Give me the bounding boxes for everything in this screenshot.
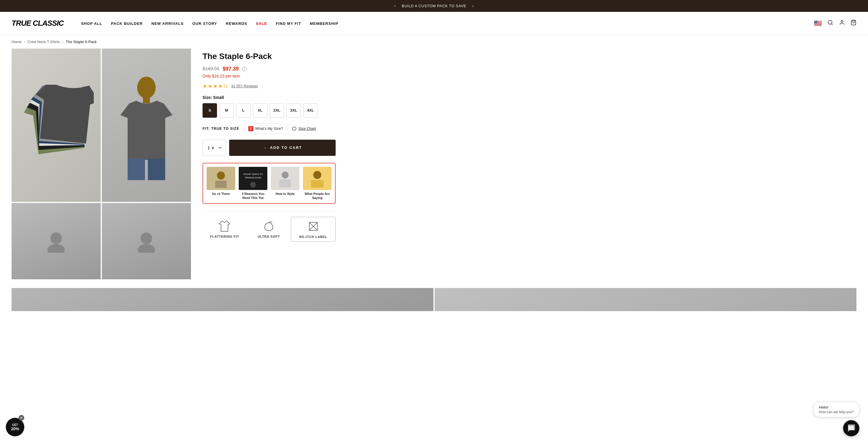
size-btn-3xl[interactable]: 3XL: [286, 103, 301, 118]
top-banner: ‹ BUILD A CUSTOM PACK TO SAVE ›: [0, 0, 868, 12]
svg-point-22: [313, 171, 321, 179]
breadcrumb-home[interactable]: Home: [11, 40, 22, 44]
no-itch-label-icon: [307, 220, 320, 233]
size-btn-4xl[interactable]: 4XL: [303, 103, 318, 118]
product-image-bottom-left[interactable]: [11, 203, 101, 279]
size-btn-xl[interactable]: XL: [253, 103, 267, 118]
product-info: The Staple 6-Pack $149.94 $97.39 i Only …: [203, 49, 336, 279]
nav-rewards[interactable]: REWARDS: [226, 22, 247, 26]
price-info-icon[interactable]: i: [242, 66, 247, 71]
breadcrumb: Home › Crew Neck T-Shirts › The Staple 6…: [0, 35, 868, 49]
true-classic-t-icon: T: [248, 126, 253, 131]
ultra-soft-icon: [262, 220, 275, 232]
video-thumb-img-3: [271, 167, 300, 190]
video-thumb-3-reasons[interactable]: FRONT SEATS TOPREMIUM SHOW 3 Reasons You…: [239, 167, 267, 200]
size-chart-label: Size Chart: [298, 126, 316, 131]
nav-shop-all[interactable]: SHOP ALL: [81, 22, 102, 26]
feature-no-itch-label: NO-ITCH LABEL: [291, 217, 336, 242]
reviews-count[interactable]: 41,557 Reviews: [231, 84, 258, 88]
video-thumb-img-4: [303, 167, 332, 190]
svg-rect-6: [143, 97, 150, 103]
search-button[interactable]: [828, 20, 833, 27]
size-btn-s[interactable]: S: [203, 103, 217, 118]
reviews-row: ★★★★½ 41,557 Reviews: [203, 83, 336, 89]
svg-rect-20: [279, 180, 291, 188]
product-title: The Staple 6-Pack: [203, 52, 336, 61]
add-to-cart-row: 1 ∨ 2 3 4 5 → ADD TO CART: [203, 140, 336, 156]
price-sale: $97.39: [223, 66, 239, 72]
svg-point-3: [50, 232, 62, 244]
svg-point-19: [282, 171, 289, 179]
video-label-2: 3 Reasons You Need This Tee: [239, 192, 267, 200]
svg-point-17: [250, 182, 256, 187]
nav-new-arrivals[interactable]: NEW ARRIVALS: [151, 22, 183, 26]
svg-point-9: [141, 232, 152, 244]
video-thumb-img-2: FRONT SEATS TOPREMIUM SHOW: [239, 167, 267, 190]
nav-links: SHOP ALL PACK BUILDER NEW ARRIVALS OUR S…: [81, 21, 814, 26]
size-options: S M L XL 2XL 3XL 4XL: [203, 103, 336, 118]
svg-point-4: [48, 244, 65, 253]
feature-label-3: NO-ITCH LABEL: [299, 235, 327, 239]
video-thumb-what-people-saying[interactable]: What People Are Saying: [303, 167, 332, 200]
feature-flattering-fit: FLATTERING FIT: [203, 217, 247, 242]
whats-my-size-label: What's My Size?: [255, 126, 283, 131]
bottom-img-right[interactable]: [435, 288, 857, 311]
logo[interactable]: TRUE CLASSIC: [11, 19, 64, 28]
feature-label-1: FLATTERING FIT: [210, 235, 239, 238]
size-btn-l[interactable]: L: [236, 103, 251, 118]
video-thumb-how-to-style[interactable]: How to Style: [271, 167, 300, 200]
breadcrumb-sep1: ›: [24, 40, 25, 44]
nav-find-my-fit[interactable]: FIND MY FIT: [276, 22, 301, 26]
quantity-select[interactable]: 1 ∨ 2 3 4 5: [203, 140, 226, 156]
video-section: Us vs Them FRONT SEATS TOPREMIUM SHOW 3 …: [203, 163, 336, 204]
svg-point-12: [217, 171, 225, 180]
product-image-main[interactable]: [102, 49, 191, 202]
fit-label: FIT: TRUE TO SIZE: [203, 127, 239, 131]
whats-my-size-button[interactable]: T What's My Size?: [244, 124, 287, 134]
video-label-1: Us vs Them: [212, 192, 230, 196]
size-chart-link[interactable]: Size Chart: [292, 126, 316, 131]
breadcrumb-sep2: ›: [62, 40, 63, 44]
video-label-3: How to Style: [275, 192, 294, 196]
bottom-image-strip: [0, 288, 868, 317]
flag-icon[interactable]: 🇺🇸: [814, 20, 822, 27]
svg-text:PREMIUM SHOW: PREMIUM SHOW: [245, 177, 261, 179]
navbar: TRUE CLASSIC SHOP ALL PACK BUILDER NEW A…: [0, 12, 868, 35]
add-to-cart-label: ADD TO CART: [270, 146, 302, 150]
flattering-fit-icon: [218, 220, 231, 232]
bottom-img-left[interactable]: [11, 288, 433, 311]
banner-next[interactable]: ›: [472, 3, 474, 9]
nav-sale[interactable]: SALE: [256, 22, 267, 26]
nav-our-story[interactable]: OUR STORY: [192, 22, 217, 26]
svg-point-0: [828, 21, 832, 24]
cart-arrow-icon: →: [263, 146, 267, 150]
account-button[interactable]: [839, 20, 845, 27]
banner-text: BUILD A CUSTOM PACK TO SAVE: [402, 4, 466, 8]
price-original: $149.94: [203, 66, 219, 71]
feature-label-2: ULTRA SOFT: [257, 235, 280, 238]
product-image-bottom-right[interactable]: [102, 203, 191, 279]
add-to-cart-button[interactable]: → ADD TO CART: [229, 140, 336, 156]
size-btn-2xl[interactable]: 2XL: [270, 103, 284, 118]
svg-rect-7: [128, 158, 145, 180]
nav-membership[interactable]: MEMBERSHIP: [310, 22, 339, 26]
video-thumb-us-vs-them[interactable]: Us vs Them: [207, 167, 235, 200]
size-label: Size: Small: [203, 95, 336, 100]
cart-button[interactable]: [850, 20, 857, 27]
features-row: FLATTERING FIT ULTRA SOFT NO-ITCH LABEL: [203, 211, 336, 242]
size-btn-m[interactable]: M: [219, 103, 234, 118]
fit-row: FIT: TRUE TO SIZE T What's My Size? Size…: [203, 124, 336, 134]
product-image-stack[interactable]: [11, 49, 101, 202]
price-row: $149.94 $97.39 i: [203, 66, 336, 72]
svg-point-5: [137, 76, 156, 99]
video-label-4: What People Are Saying: [303, 192, 332, 200]
breadcrumb-category[interactable]: Crew Neck T-Shirts: [28, 40, 60, 44]
svg-text:FRONT SEATS TO: FRONT SEATS TO: [243, 173, 263, 176]
nav-icons: 🇺🇸: [814, 20, 857, 27]
image-gallery: [11, 49, 191, 279]
nav-pack-builder[interactable]: PACK BUILDER: [111, 22, 143, 26]
svg-rect-13: [215, 181, 227, 188]
svg-rect-8: [148, 158, 165, 180]
video-thumb-img-1: [207, 167, 235, 190]
banner-prev[interactable]: ‹: [394, 3, 396, 9]
